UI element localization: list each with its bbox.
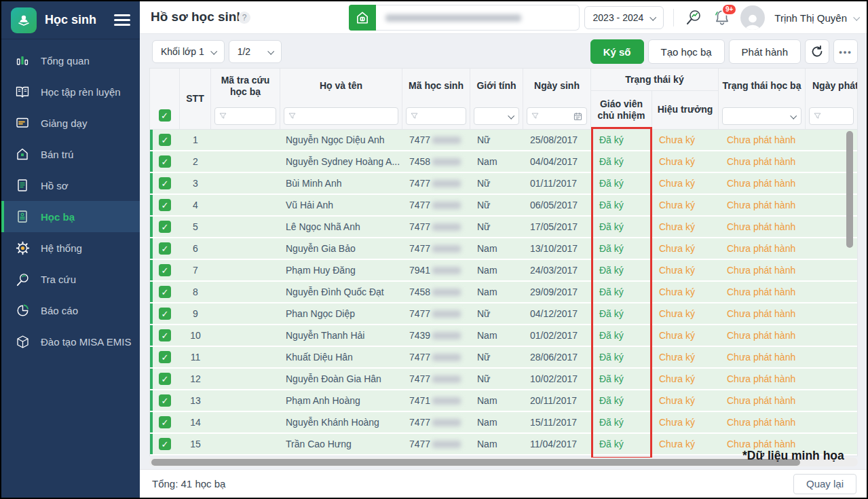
student-code-prefix: 7477 [409, 439, 430, 449]
school-year-select[interactable]: 2023 - 2024 [584, 6, 664, 29]
sidebar-item-bar-chart[interactable]: Tổng quan [1, 45, 140, 76]
cube-icon [14, 334, 31, 349]
gender-cell: Nữ [470, 369, 523, 389]
filter-record-status-select[interactable] [722, 107, 801, 125]
sidebar-item-book[interactable]: Học tập rèn luyện [1, 76, 140, 107]
table-row[interactable]: ✓10Nguyễn Thanh Hải7439Nam01/02/2017Đã k… [150, 325, 857, 346]
row-checkbox[interactable]: ✓ [159, 134, 171, 146]
chevron-down-icon [790, 113, 797, 119]
sidebar-item-teaching[interactable]: Giảng dạy [1, 107, 140, 138]
stt-cell: 2 [180, 151, 211, 172]
sign-button[interactable]: Ký số [590, 39, 644, 64]
table-row[interactable]: ✓5Lê Ngọc Nhã Anh7477Nữ17/05/2017Đã kýCh… [150, 217, 857, 237]
dob-cell: 28/06/2017 [523, 347, 591, 367]
row-checkbox[interactable]: ✓ [159, 155, 171, 168]
hamburger-menu-icon[interactable] [114, 14, 130, 26]
record-status-cell: Chưa phát hành [719, 238, 806, 259]
row-checkbox[interactable]: ✓ [159, 351, 171, 363]
filter-lookup-code-input[interactable] [214, 107, 276, 125]
filter-student-code-input[interactable] [406, 107, 466, 125]
filter-full-name-input[interactable] [284, 107, 398, 125]
row-checkbox[interactable]: ✓ [159, 416, 171, 428]
homeroom-status-cell: Đã ký [591, 282, 652, 302]
row-checkbox[interactable]: ✓ [159, 177, 171, 189]
gender-cell: Nữ [470, 217, 523, 237]
dob-cell: 24/03/2017 [523, 260, 591, 280]
sidebar-item-cube[interactable]: Đào tạo MISA EMIS [1, 326, 140, 357]
more-options-button[interactable]: ••• [833, 39, 858, 64]
table-row[interactable]: ✓4Vũ Hải Anh7477Nữ06/05/2017Đã kýChưa ký… [150, 195, 857, 215]
redacted-code [432, 136, 461, 144]
table-row[interactable]: ✓9Phan Ngọc Diệp7477Nữ04/12/2017Đã kýChư… [150, 303, 857, 324]
table-row[interactable]: ✓1Nguyễn Ngọc Diệu Anh7477Nữ25/08/2017Đã… [150, 130, 857, 150]
funnel-icon [814, 113, 821, 119]
app-logo-icon [11, 7, 37, 33]
stt-cell: 10 [180, 325, 211, 346]
principal-status-cell: Chưa ký [652, 303, 719, 324]
table-row[interactable]: ✓6Nguyễn Gia Bảo7477Nam13/10/2017Đã kýCh… [150, 238, 857, 259]
table-row[interactable]: ✓11Khuất Diệu Hân7477Nữ28/06/2017Đã kýCh… [150, 347, 857, 367]
horizontal-scrollbar-thumb[interactable] [151, 459, 800, 466]
row-checkbox[interactable]: ✓ [159, 438, 171, 450]
table-row[interactable]: ✓12Nguyễn Đoàn Gia Hân7477Nữ10/02/2017Đã… [150, 369, 857, 389]
user-menu[interactable]: Trịnh Thị Quyên [774, 12, 858, 24]
row-checkbox[interactable]: ✓ [159, 199, 171, 211]
avatar[interactable] [740, 5, 765, 30]
student-code-prefix: 7439 [409, 330, 430, 341]
row-select-cell: ✓ [150, 347, 180, 367]
vertical-scrollbar-thumb[interactable] [846, 131, 853, 248]
table-row[interactable]: ✓2Nguyễn Sydney Hoàng A...7458Nam04/04/2… [150, 151, 857, 172]
search-stats-icon[interactable] [683, 7, 704, 28]
select-all-checkbox[interactable]: ✓ [159, 109, 171, 122]
help-icon[interactable]: ? [238, 12, 250, 24]
row-checkbox[interactable]: ✓ [159, 264, 171, 276]
row-checkbox[interactable]: ✓ [159, 286, 171, 298]
student-code-prefix: 7477 [409, 243, 430, 254]
homeroom-status-cell: Đã ký [591, 173, 652, 193]
table-row[interactable]: ✓13Phạm Anh Hoàng7471Nam20/11/2017Đã kýC… [150, 390, 857, 411]
sidebar-item-lookup[interactable]: Tra cứu [1, 263, 140, 295]
lookup-icon [14, 272, 31, 287]
filter-publish-date-input[interactable] [809, 107, 854, 125]
stt-cell: 5 [180, 217, 211, 237]
create-transcript-button[interactable]: Tạo học bạ [648, 39, 725, 64]
funnel-icon [531, 113, 539, 119]
school-name-field[interactable] [376, 5, 580, 31]
principal-status-cell: Chưa ký [652, 369, 719, 389]
notifications-bell-icon[interactable]: 9+ [713, 8, 731, 27]
student-code-cell: 7477 [402, 173, 470, 193]
grade-filter-select[interactable]: Khối lớp 1 [152, 40, 225, 63]
sidebar-item-boarding[interactable]: Bán trú [1, 138, 140, 170]
sidebar-item-label: Đào tạo MISA EMIS [41, 336, 131, 348]
row-checkbox[interactable]: ✓ [159, 373, 171, 385]
sidebar-item-pie-chart[interactable]: Báo cáo [1, 295, 140, 326]
filter-gender-select[interactable] [474, 107, 519, 125]
record-status-cell: Chưa phát hành [719, 282, 806, 302]
sidebar-item-records[interactable]: Hồ sơ [1, 170, 140, 201]
table-row[interactable]: ✓8Nguyễn Đình Quốc Đạt7458Nam29/09/2017Đ… [150, 282, 857, 302]
redacted-code [432, 245, 461, 253]
table-row[interactable]: ✓3Bùi Minh Anh7477Nữ01/11/2017Đã kýChưa … [150, 173, 857, 193]
vertical-scrollbar[interactable] [846, 131, 853, 453]
refresh-button[interactable] [805, 39, 829, 64]
principal-status-cell: Chưa ký [652, 151, 719, 172]
dob-cell: 15/11/2017 [523, 412, 591, 432]
row-select-cell: ✓ [150, 390, 180, 411]
page-filter-select[interactable]: 1/2 [229, 40, 282, 63]
principal-status-cell: Chưa ký [652, 173, 719, 193]
boarding-icon [14, 147, 31, 162]
row-checkbox[interactable]: ✓ [159, 308, 171, 320]
name-cell: Bùi Minh Anh [280, 173, 402, 193]
row-checkbox[interactable]: ✓ [159, 221, 171, 233]
row-checkbox[interactable]: ✓ [159, 329, 171, 341]
school-selector[interactable] [349, 5, 580, 31]
sidebar-item-gear[interactable]: Hệ thống [1, 232, 140, 263]
row-checkbox[interactable]: ✓ [159, 394, 171, 407]
filter-dob-input[interactable] [527, 107, 587, 125]
table-row[interactable]: ✓7Phạm Huy Đăng7941Nam24/03/2017Đã kýChư… [150, 260, 857, 280]
row-checkbox[interactable]: ✓ [159, 242, 171, 255]
table-row[interactable]: ✓14Nguyễn Khánh Hoàng7477Nam15/11/2017Đã… [150, 412, 857, 432]
sidebar-item-transcript[interactable]: Học bạ [1, 201, 140, 232]
back-button[interactable]: Quay lại [793, 474, 856, 494]
publish-button[interactable]: Phát hành [729, 39, 801, 64]
